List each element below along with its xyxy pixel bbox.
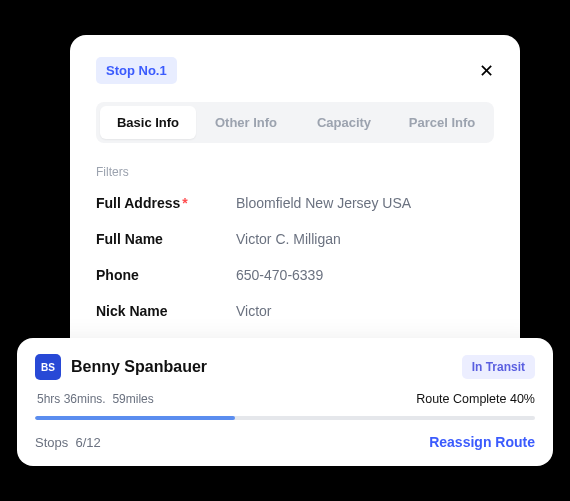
driver-identity: BS Benny Spanbauer (35, 354, 207, 380)
close-icon[interactable]: ✕ (479, 62, 494, 80)
field-label: Phone (96, 267, 236, 283)
status-badge: In Transit (462, 355, 535, 379)
stops-count: Stops 6/12 (35, 435, 101, 450)
driver-footer: Stops 6/12 Reassign Route (35, 434, 535, 450)
field-value: Bloomfield New Jersey USA (236, 195, 411, 211)
filters-section-label: Filters (96, 165, 494, 179)
tab-bar: Basic Info Other Info Capacity Parcel In… (96, 102, 494, 143)
duration-distance: 5hrs 36mins. 59miles (37, 392, 154, 406)
avatar: BS (35, 354, 61, 380)
tab-other-info[interactable]: Other Info (198, 106, 294, 139)
field-row-nick-name: Nick Name Victor (96, 303, 494, 319)
tab-capacity[interactable]: Capacity (296, 106, 392, 139)
driver-meta: 5hrs 36mins. 59miles Route Complete 40% (35, 392, 535, 406)
field-value: Victor (236, 303, 272, 319)
driver-route-card: BS Benny Spanbauer In Transit 5hrs 36min… (17, 338, 553, 466)
field-label: Full Address* (96, 195, 236, 211)
field-label: Full Name (96, 231, 236, 247)
progress-bar (35, 416, 535, 420)
tab-parcel-info[interactable]: Parcel Info (394, 106, 490, 139)
reassign-route-button[interactable]: Reassign Route (429, 434, 535, 450)
field-value: Victor C. Milligan (236, 231, 341, 247)
tab-basic-info[interactable]: Basic Info (100, 106, 196, 139)
stop-number-chip: Stop No.1 (96, 57, 177, 84)
driver-name: Benny Spanbauer (71, 358, 207, 376)
modal-header: Stop No.1 ✕ (96, 57, 494, 84)
field-row-phone: Phone 650-470-6339 (96, 267, 494, 283)
progress-fill (35, 416, 235, 420)
field-row-full-name: Full Name Victor C. Milligan (96, 231, 494, 247)
route-complete-label: Route Complete 40% (416, 392, 535, 406)
required-asterisk: * (182, 195, 187, 211)
field-row-full-address: Full Address* Bloomfield New Jersey USA (96, 195, 494, 211)
field-label: Nick Name (96, 303, 236, 319)
driver-header: BS Benny Spanbauer In Transit (35, 354, 535, 380)
field-value: 650-470-6339 (236, 267, 323, 283)
